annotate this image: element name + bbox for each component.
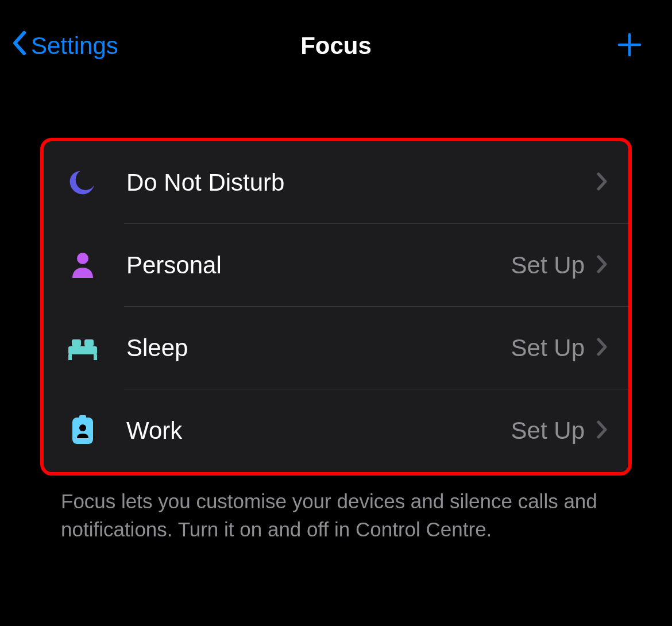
svg-rect-4 xyxy=(68,354,72,360)
focus-modes-list: Do Not Disturb Personal Set Up xyxy=(40,138,632,476)
back-button[interactable]: Settings xyxy=(11,30,118,61)
focus-label: Do Not Disturb xyxy=(126,169,585,196)
svg-rect-2 xyxy=(72,339,81,346)
plus-icon xyxy=(616,51,643,60)
svg-rect-5 xyxy=(94,354,97,360)
chevron-right-icon xyxy=(596,337,608,359)
svg-point-8 xyxy=(79,424,86,431)
focus-status: Set Up xyxy=(511,252,585,279)
page-title: Focus xyxy=(300,32,372,60)
svg-rect-7 xyxy=(79,415,86,419)
focus-item-do-not-disturb[interactable]: Do Not Disturb xyxy=(44,141,628,224)
moon-icon xyxy=(64,164,101,201)
focus-status: Set Up xyxy=(511,417,585,445)
add-button[interactable] xyxy=(610,25,661,67)
chevron-left-icon xyxy=(11,30,26,61)
bed-icon xyxy=(64,330,101,366)
svg-rect-1 xyxy=(68,346,97,354)
footer-description: Focus lets you customise your devices an… xyxy=(40,476,632,543)
focus-item-work[interactable]: Work Set Up xyxy=(44,389,628,472)
chevron-right-icon xyxy=(596,420,608,442)
focus-item-personal[interactable]: Personal Set Up xyxy=(44,224,628,307)
content-area: Do Not Disturb Personal Set Up xyxy=(0,80,672,543)
svg-point-0 xyxy=(77,253,88,264)
focus-label: Sleep xyxy=(126,334,511,362)
person-icon xyxy=(64,247,101,284)
focus-item-sleep[interactable]: Sleep Set Up xyxy=(44,307,628,389)
chevron-right-icon xyxy=(596,172,608,194)
navigation-bar: Settings Focus xyxy=(0,0,672,80)
svg-rect-3 xyxy=(84,339,94,346)
focus-label: Work xyxy=(126,417,511,445)
focus-label: Personal xyxy=(126,252,511,279)
chevron-right-icon xyxy=(596,254,608,276)
badge-icon xyxy=(64,412,101,449)
focus-status: Set Up xyxy=(511,334,585,362)
back-label: Settings xyxy=(31,32,118,60)
